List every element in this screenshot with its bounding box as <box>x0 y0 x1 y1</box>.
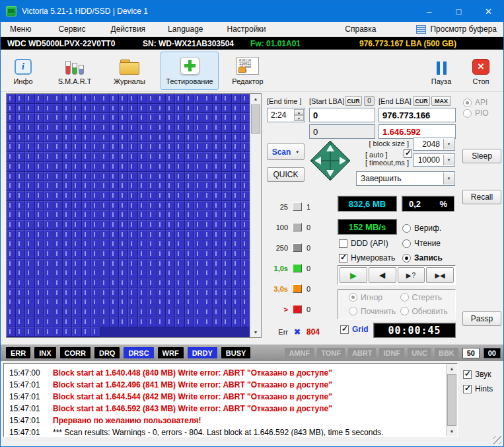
info-button[interactable]: Инфо <box>6 52 40 90</box>
step-back-icon[interactable] <box>369 267 396 283</box>
stop-button[interactable]: Стоп <box>464 52 498 90</box>
quick-button[interactable]: QUICK <box>267 167 305 182</box>
scan-block <box>91 152 100 162</box>
spin-up-icon[interactable] <box>294 109 304 115</box>
scan-block <box>157 230 166 240</box>
sleep-button[interactable]: Sleep <box>462 149 501 163</box>
read-radio[interactable]: Чтение <box>402 239 441 248</box>
menu-item-service[interactable]: Сервис <box>54 24 89 34</box>
sound-checkbox-box[interactable] <box>463 370 472 379</box>
scan-map-scrollbar[interactable] <box>250 94 261 337</box>
scan-block <box>166 201 175 211</box>
scroll-up-icon[interactable] <box>447 364 457 374</box>
scan-block <box>147 123 157 133</box>
buffer-view-button[interactable]: Просмотр буфера <box>416 24 503 34</box>
maximize-button[interactable]: □ <box>444 1 474 22</box>
scan-dropdown-button[interactable]: Scan <box>267 143 305 160</box>
log-scrollbar[interactable] <box>446 364 457 436</box>
scan-block <box>222 317 231 327</box>
menu-item-settings[interactable]: Настройки <box>223 24 270 34</box>
legend-label: 100 <box>268 224 288 231</box>
write-radio[interactable]: Запись <box>402 253 443 263</box>
scan-block <box>194 191 203 201</box>
sound-checkbox[interactable]: Звук <box>463 370 491 379</box>
scan-block <box>100 230 110 240</box>
end-time-input[interactable]: 2:24 <box>267 108 305 122</box>
scrollbar-thumb[interactable] <box>447 374 456 426</box>
scan-block <box>25 288 34 298</box>
scan-block <box>100 259 110 269</box>
resize-grip[interactable] <box>493 436 501 444</box>
end-lba-max-button[interactable]: MAX <box>431 96 451 106</box>
scan-block <box>147 133 157 143</box>
read-radio-circle[interactable] <box>402 239 411 248</box>
play-icon[interactable] <box>340 267 367 283</box>
scan-block <box>157 172 166 182</box>
log-message: Прервано по желанию пользователя! <box>53 416 201 425</box>
journals-button-label: Журналы <box>114 77 145 85</box>
auto-checkbox[interactable] <box>404 149 412 158</box>
scan-block <box>185 142 194 152</box>
start-lba-cur-button[interactable]: CUR <box>345 96 362 106</box>
scan-block <box>175 268 184 278</box>
scan-block <box>241 201 250 211</box>
write-radio-label: Запись <box>414 253 443 263</box>
scrollbar-thumb[interactable] <box>251 104 260 134</box>
ddd-api-checkbox[interactable]: DDD (API) <box>339 239 388 248</box>
scan-block <box>185 268 194 278</box>
scan-block <box>7 113 16 123</box>
pause-button[interactable]: Пауза <box>424 52 458 90</box>
scan-block <box>44 152 54 162</box>
log-output[interactable]: 15:47:00Block start at 1.640.448 (840 MB… <box>3 363 458 437</box>
scan-block <box>232 201 241 211</box>
hints-checkbox[interactable]: Hints <box>463 384 493 393</box>
grid-checkbox-box[interactable] <box>340 325 349 334</box>
auto-checkbox-box[interactable] <box>404 149 412 158</box>
scroll-down-icon[interactable] <box>447 427 457 436</box>
menu-item-menu[interactable]: Меню <box>6 24 35 34</box>
scan-block <box>16 239 25 249</box>
end-lba-input[interactable]: 976.773.166 <box>378 108 456 122</box>
scan-block <box>138 162 147 172</box>
block-size-label: [ block size ] <box>355 140 409 147</box>
grid-checkbox[interactable]: Grid <box>340 325 369 334</box>
scan-block <box>100 268 110 278</box>
scroll-up-icon[interactable] <box>250 94 261 104</box>
hints-checkbox-box[interactable] <box>463 385 472 393</box>
scan-block <box>100 133 110 143</box>
scan-block <box>128 181 137 191</box>
skip-end-icon[interactable] <box>426 267 454 283</box>
spin-down-icon[interactable] <box>294 115 304 121</box>
menu-item-language[interactable]: Language <box>164 24 207 34</box>
minimize-button[interactable]: – <box>414 1 444 22</box>
scan-block <box>16 220 25 230</box>
menu-item-actions[interactable]: Действия <box>107 24 150 34</box>
scroll-down-icon[interactable] <box>250 327 261 337</box>
testing-button[interactable]: Тестирование <box>161 52 219 90</box>
numerate-checkbox[interactable]: Нумеровать <box>339 253 395 263</box>
after-scan-action-select[interactable]: Завершить <box>356 171 455 186</box>
scan-block <box>222 191 231 201</box>
numerate-checkbox-box[interactable] <box>339 254 347 263</box>
passp-button[interactable]: Passp <box>462 311 501 326</box>
start-lba-input[interactable]: 0 <box>309 108 375 122</box>
editor-button[interactable]: Редактор <box>227 52 269 90</box>
log-area: 15:47:00Block start at 1.640.448 (840 MB… <box>1 361 503 446</box>
legend-swatch <box>293 284 302 293</box>
direction-pad[interactable] <box>309 140 351 182</box>
end-lba-cur-button[interactable]: CUR <box>413 96 430 106</box>
recall-button[interactable]: Recall <box>462 190 501 204</box>
block-size-select[interactable]: 2048 <box>413 138 455 151</box>
defect-action-panel: Игнор Стереть Починить Обновить <box>338 289 456 319</box>
scan-block <box>185 162 194 172</box>
smart-button[interactable]: S.M.A.R.T <box>52 52 97 90</box>
close-button[interactable]: ✕ <box>474 1 503 22</box>
menu-item-help[interactable]: Справка <box>341 24 380 34</box>
timeout-select[interactable]: 10000 <box>413 153 455 167</box>
ddd-api-checkbox-box[interactable] <box>339 239 347 248</box>
write-radio-circle[interactable] <box>402 254 411 263</box>
verify-radio-circle[interactable] <box>402 224 411 233</box>
seek-error-icon[interactable] <box>398 267 425 283</box>
verify-radio[interactable]: Вериф. <box>402 224 441 233</box>
journals-button[interactable]: Журналы <box>108 52 151 90</box>
